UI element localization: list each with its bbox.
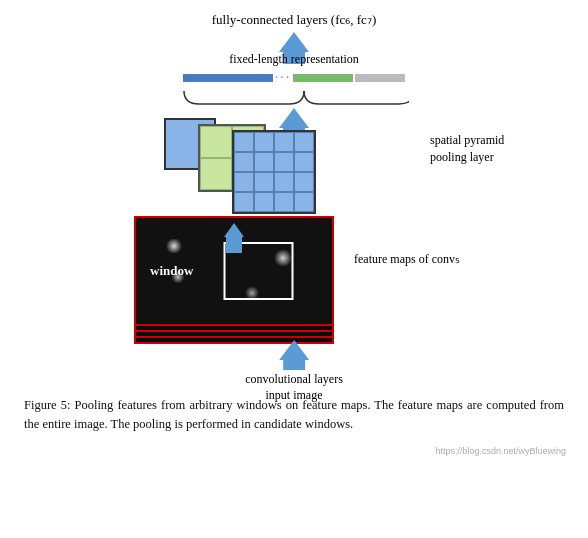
grid-4x4 [232,130,316,214]
sm-arrow-shaft [226,237,242,253]
conv-arrow [279,340,309,370]
fc-arrow-head [279,32,309,52]
spp-label: spatial pyramidpooling layer [430,132,504,166]
window-label: window [150,263,193,279]
feature-map-arrow [224,223,244,253]
feature-stack: window [134,216,344,346]
bar-green [293,74,353,82]
sm-arrow-head [224,223,244,237]
bar-blue [183,74,273,82]
spp-layers-stack [164,118,424,198]
layer-top: window [134,216,334,326]
bar-dots: ··· [275,70,292,86]
spp-section: spatial pyramidpooling layer [164,118,504,198]
fc-layers-label: fully-connected layers (fc₆, fc₇) [212,12,376,28]
feature-maps-section: window feature maps of conv₅ [134,216,460,346]
input-label: input image [265,388,322,403]
brace-svg [179,89,409,107]
diagram-area: fully-connected layers (fc₆, fc₇) fixed-… [20,10,568,390]
conv-arrow-head [279,340,309,360]
feature-maps-label: feature maps of conv₅ [354,216,460,267]
pool-layer-1 [232,130,316,214]
bar-gray [355,74,405,82]
conv-section: convolutional layers input image [245,340,343,403]
conv-label: convolutional layers [245,372,343,387]
conv-arrow-shaft [283,360,305,370]
fixed-length-bars: ··· [183,70,406,86]
watermark: https://blog.csdn.net/wyBluewing [435,446,566,456]
fixed-length-section: fixed-length representation ··· [124,52,464,107]
page-container: fully-connected layers (fc₆, fc₇) fixed-… [0,0,588,538]
spot-1 [165,239,183,253]
fixed-length-label: fixed-length representation [229,52,359,67]
